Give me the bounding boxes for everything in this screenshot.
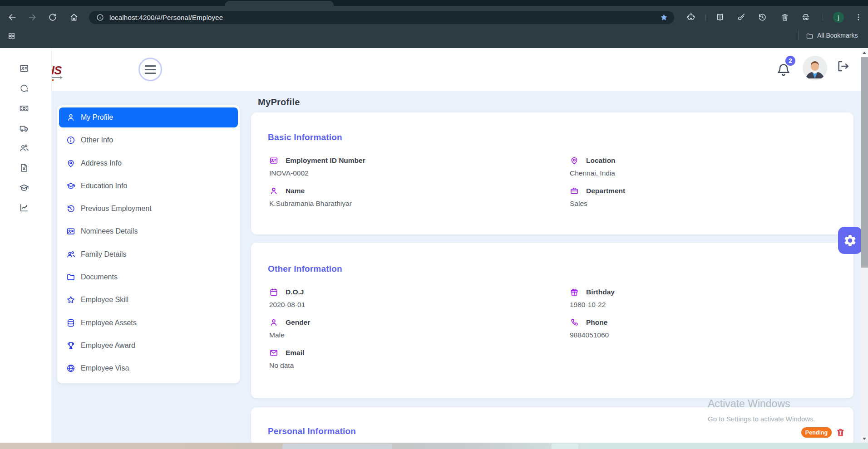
menu-item-label: Documents xyxy=(81,273,118,281)
field-phone: Phone 9884051060 xyxy=(570,316,824,342)
section-title: Basic Information xyxy=(268,132,342,142)
rail-payroll-icon[interactable] xyxy=(19,103,29,113)
menu-item-education-info[interactable]: Education Info xyxy=(59,176,238,196)
field-label: Employment ID Number xyxy=(286,156,365,165)
field-value: K.Subramania Bharathiyar xyxy=(269,197,523,210)
rail-truck-icon[interactable] xyxy=(19,123,29,133)
field-value: 9884051060 xyxy=(570,329,824,342)
field-label: Name xyxy=(286,187,305,195)
logout-icon[interactable] xyxy=(836,59,850,74)
field-department: Department Sales xyxy=(570,185,824,210)
url-text[interactable]: localhost:4200/#/Personal/Employee xyxy=(109,14,223,21)
browser-menu-icon[interactable] xyxy=(853,11,864,23)
basic-information-card: Basic Information Employment ID Number I… xyxy=(251,112,853,234)
browser-toolbar: localhost:4200/#/Personal/Employee j All… xyxy=(0,6,868,48)
menu-toggle-button[interactable] xyxy=(138,58,162,81)
menu-item-employee-assets[interactable]: Employee Assets xyxy=(59,313,238,333)
toolbar-separator xyxy=(823,14,823,21)
rail-id-badge-icon[interactable] xyxy=(19,63,29,73)
icon-rail xyxy=(0,48,52,443)
status-badge: Pending xyxy=(801,427,832,438)
menu-item-employee-visa[interactable]: Employee Visa xyxy=(59,358,238,378)
person-icon xyxy=(269,318,278,327)
menu-item-label: Employee Visa xyxy=(81,364,129,372)
taskbar-sliver xyxy=(0,443,868,449)
menu-item-documents[interactable]: Documents xyxy=(59,267,238,287)
field-birthday: Birthday 1980-10-22 xyxy=(570,286,824,311)
field-label: Department xyxy=(586,187,625,195)
app-logo[interactable]: IS xyxy=(51,64,62,77)
rail-people-icon[interactable] xyxy=(19,143,29,153)
menu-item-label: Employee Assets xyxy=(81,319,137,327)
taskbar-item xyxy=(282,444,392,449)
incognito-icon[interactable] xyxy=(800,11,812,23)
reading-list-icon[interactable] xyxy=(714,11,726,23)
browser-tab-strip xyxy=(0,0,868,6)
menu-item-other-info[interactable]: Other Info xyxy=(59,130,238,150)
menu-item-employee-award[interactable]: Employee Award xyxy=(59,336,238,356)
envelope-icon xyxy=(269,348,278,357)
back-button[interactable] xyxy=(6,11,18,23)
menu-item-label: Previous Employment xyxy=(81,205,152,213)
bookmarks-separator xyxy=(798,30,799,40)
app-viewport: IS 2 xyxy=(0,48,868,443)
field-label: Phone xyxy=(586,318,607,327)
menu-item-label: Employee Award xyxy=(81,342,135,350)
field-email: Email No data xyxy=(269,347,523,372)
rail-chat-icon[interactable] xyxy=(19,83,29,93)
scrollbar-down-arrow[interactable] xyxy=(861,434,868,443)
field-employment-id: Employment ID Number INOVA-0002 xyxy=(269,154,523,180)
passwords-key-icon[interactable] xyxy=(735,11,747,23)
delete-browsing-icon[interactable] xyxy=(779,11,791,23)
rail-excel-file-icon[interactable] xyxy=(19,163,29,173)
field-value: 2020-08-01 xyxy=(269,298,523,311)
activate-windows-watermark: Activate Windows Go to Settings to activ… xyxy=(708,398,815,423)
page-scrollbar[interactable] xyxy=(861,48,868,443)
settings-gear-button[interactable] xyxy=(838,227,862,254)
rail-chart-icon[interactable] xyxy=(19,203,29,213)
site-info-icon[interactable] xyxy=(96,14,104,21)
menu-item-address-info[interactable]: Address Info xyxy=(59,153,238,173)
section-title: Personal Information xyxy=(268,426,356,436)
menu-item-nominees-details[interactable]: Nominees Details xyxy=(59,221,238,241)
briefcase-icon xyxy=(570,186,579,195)
profile-menu: My Profile Other Info Address Info Educa… xyxy=(57,105,240,383)
scrollbar-up-arrow[interactable] xyxy=(861,48,868,57)
menu-item-label: Address Info xyxy=(81,159,122,167)
menu-item-label: Family Details xyxy=(81,250,126,259)
field-gender: Gender Male xyxy=(269,316,523,342)
calendar-icon xyxy=(269,288,278,297)
logo-underline-arrow xyxy=(52,77,61,78)
url-bar[interactable]: localhost:4200/#/Personal/Employee xyxy=(89,11,674,24)
field-label: Birthday xyxy=(586,288,615,296)
field-value: 1980-10-22 xyxy=(570,298,824,311)
user-avatar[interactable] xyxy=(803,56,827,80)
menu-item-employee-skill[interactable]: Employee Skill xyxy=(59,290,238,310)
all-bookmarks-label[interactable]: All Bookmarks xyxy=(817,32,858,39)
scrollbar-thumb[interactable] xyxy=(861,57,868,268)
menu-item-label: Nominees Details xyxy=(81,227,138,235)
gift-icon xyxy=(570,288,579,297)
watermark-line1: Activate Windows xyxy=(708,398,815,410)
menu-item-label: Other Info xyxy=(81,136,113,144)
history-icon[interactable] xyxy=(756,11,768,23)
browser-profile-avatar[interactable]: j xyxy=(833,12,844,23)
menu-item-previous-employment[interactable]: Previous Employment xyxy=(59,199,238,219)
bookmark-star-icon[interactable] xyxy=(660,13,668,22)
extensions-icon[interactable] xyxy=(685,11,697,23)
field-label: Gender xyxy=(286,318,310,327)
delete-icon[interactable] xyxy=(836,427,845,438)
browser-active-tab[interactable] xyxy=(225,1,334,6)
apps-grid-icon[interactable] xyxy=(6,31,16,41)
menu-item-my-profile[interactable]: My Profile xyxy=(59,107,238,127)
reload-button[interactable] xyxy=(47,11,59,23)
section-title: Other Information xyxy=(268,264,342,274)
forward-button[interactable] xyxy=(26,11,38,23)
home-button[interactable] xyxy=(68,11,80,23)
page-title: MyProfile xyxy=(258,97,300,107)
field-location: Location Chennai, India xyxy=(570,154,824,180)
rail-education-icon[interactable] xyxy=(19,183,29,193)
menu-item-family-details[interactable]: Family Details xyxy=(59,244,238,264)
field-label: Location xyxy=(586,156,616,165)
taskbar-item xyxy=(552,444,578,449)
